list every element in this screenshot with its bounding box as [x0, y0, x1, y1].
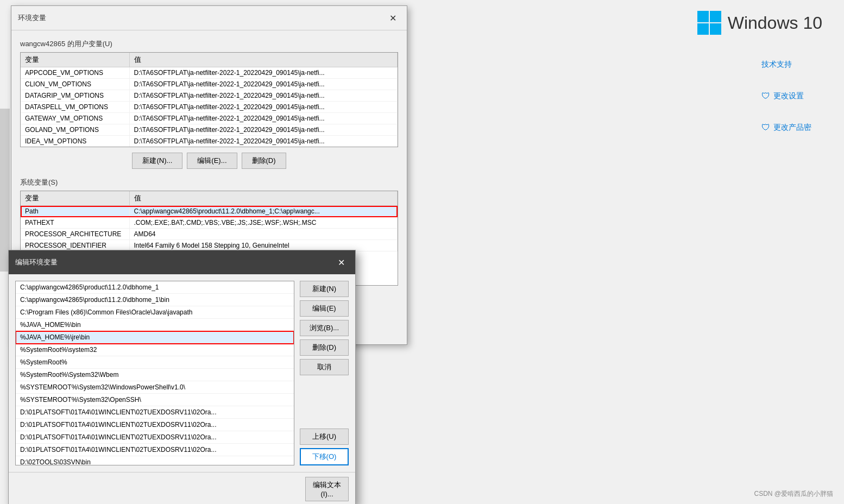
win10-logo-q1 [697, 11, 709, 22]
edit-dialog-close-button[interactable]: ✕ [333, 255, 349, 270]
sys-vars-label: 系统变量(S) [20, 178, 398, 187]
edit-dialog-titlebar: 编辑环境变量 ✕ [9, 250, 355, 274]
user-var-row[interactable]: GOLAND_VM_OPTIONSD:\TA6SOFTPLAT\ja-netfi… [21, 124, 398, 136]
path-list-item[interactable]: %SystemRoot% [16, 356, 294, 369]
win10-link-support[interactable]: 技术支持 [761, 60, 811, 70]
user-col-var: 变量 [21, 53, 129, 67]
user-var-row[interactable]: DATAGRIP_VM_OPTIONSD:\TA6SOFTPLAT\ja-net… [21, 90, 398, 102]
win10-logo-grid [697, 11, 721, 35]
user-vars-btn-row: 新建(N)... 编辑(E)... 删除(D) [20, 153, 398, 169]
env-dialog-close-button[interactable]: ✕ [385, 10, 400, 26]
path-list-item[interactable]: C:\app\wangcw42865\product\11.2.0\dbhome… [16, 294, 294, 306]
sys-var-value: .COM;.EXE;.BAT;.CMD;.VBS;.VBE;.JS;.JSE;.… [129, 217, 398, 229]
sys-vars-table: 变量 值 PathC:\app\wangcw42865\product\11.2… [21, 191, 398, 251]
user-var-value: D:\TA6SOFTPLAT\ja-netfilter-2022-1_20220… [129, 79, 398, 90]
user-var-row[interactable]: CLION_VM_OPTIONSD:\TA6SOFTPLAT\ja-netfil… [21, 79, 398, 90]
edit-edit-button[interactable]: 编辑(E) [300, 300, 349, 317]
path-list-item[interactable]: %SYSTEMROOT%\System32\OpenSSH\ [16, 394, 294, 406]
win10-logo-q3 [697, 23, 709, 35]
edit-dialog: 编辑环境变量 ✕ C:\app\wangcw42865\product\11.2… [8, 250, 356, 504]
edit-dialog-title: 编辑环境变量 [15, 257, 58, 267]
env-dialog-titlebar: 环境变量 ✕ [11, 6, 407, 30]
left-decoration [0, 109, 10, 272]
user-var-value: D:\TA6SOFTPLAT\ja-netfilter-2022-1_20220… [129, 102, 398, 113]
sys-var-value: C:\app\wangcw42865\product\11.2.0\dbhome… [129, 206, 398, 217]
sys-col-val: 值 [129, 191, 398, 206]
user-var-value: D:\TA6SOFTPLAT\ja-netfilter-2022-1_20220… [129, 113, 398, 124]
user-var-value: D:\TA6SOFTPLAT\IDEA\...IDEA-2022-1\... [129, 147, 398, 148]
win10-link-settings[interactable]: 🛡 更改设置 [761, 91, 811, 101]
path-list-item[interactable]: C:\Program Files (x86)\Common Files\Orac… [16, 306, 294, 319]
edit-cancel-button[interactable]: 取消 [300, 359, 349, 375]
edit-new-button[interactable]: 新建(N) [300, 281, 349, 297]
edit-dialog-footer: 编辑文本(I)... [9, 472, 355, 504]
user-vars-label: wangcw42865 的用户变量(U) [20, 39, 398, 49]
user-var-name: APPCODE_VM_OPTIONS [21, 67, 129, 79]
user-var-value: D:\TA6SOFTPLAT\ja-netfilter-2022-1_20220… [129, 124, 398, 136]
user-var-row[interactable]: ...IDEAD:\TA6SOFTPLAT\IDEA\...IDEA-2022-… [21, 147, 398, 148]
user-var-value: D:\TA6SOFTPLAT\ja-netfilter-2022-1_20220… [129, 136, 398, 147]
csdn-watermark: CSDN @爱啃西瓜的小胖猫 [754, 489, 833, 499]
win10-link-product[interactable]: 🛡 更改产品密 [761, 123, 811, 133]
path-list-item[interactable]: C:\app\wangcw42865\product\11.2.0\dbhome… [16, 281, 294, 294]
path-list-item[interactable]: D:\02TOOLS\03SVN\bin [16, 456, 294, 465]
user-var-row[interactable]: GATEWAY_VM_OPTIONSD:\TA6SOFTPLAT\ja-netf… [21, 113, 398, 124]
path-list-item[interactable]: D:\01PLATSOFT\01TA4\01WINCLIENT\02TUEXDO… [16, 431, 294, 444]
win10-logo-q4 [710, 23, 721, 35]
path-list-item[interactable]: D:\01PLATSOFT\01TA4\01WINCLIENT\02TUEXDO… [16, 444, 294, 456]
user-var-row[interactable]: APPCODE_VM_OPTIONSD:\TA6SOFTPLAT\ja-netf… [21, 67, 398, 79]
user-var-name: ...IDEA [21, 147, 129, 148]
user-var-row[interactable]: IDEA_VM_OPTIONSD:\TA6SOFTPLAT\ja-netfilt… [21, 136, 398, 147]
user-delete-button[interactable]: 删除(D) [242, 153, 286, 169]
edit-text-button[interactable]: 编辑文本(I)... [305, 477, 349, 501]
env-dialog-title: 环境变量 [18, 13, 46, 23]
user-var-name: CLION_VM_OPTIONS [21, 79, 129, 90]
win10-header: Windows 10 [697, 11, 822, 35]
edit-move-up-button[interactable]: 上移(U) [300, 429, 349, 445]
edit-dialog-side-btns: 新建(N) 编辑(E) 浏览(B)... 删除(D) 取消 上移(U) 下移(O… [300, 281, 349, 465]
edit-dialog-body: C:\app\wangcw42865\product\11.2.0\dbhome… [9, 274, 355, 472]
user-var-value: D:\TA6SOFTPLAT\ja-netfilter-2022-1_20220… [129, 90, 398, 102]
path-list-item[interactable]: D:\01PLATSOFT\01TA4\01WINCLIENT\02TUEXDO… [16, 419, 294, 431]
win10-links: 技术支持 🛡 更改设置 🛡 更改产品密 [761, 60, 811, 133]
sys-var-row[interactable]: PATHEXT.COM;.EXE;.BAT;.CMD;.VBS;.VBE;.JS… [21, 217, 398, 229]
sys-var-name: Path [21, 206, 129, 217]
path-list: C:\app\wangcw42865\product\11.2.0\dbhome… [16, 281, 294, 465]
user-edit-button[interactable]: 编辑(E)... [187, 153, 237, 169]
user-var-name: GOLAND_VM_OPTIONS [21, 124, 129, 136]
path-list-item[interactable]: %SystemRoot%\system32 [16, 344, 294, 356]
edit-move-down-button[interactable]: 下移(O) [300, 448, 349, 465]
sys-var-name: PROCESSOR_ARCHITECTURE [21, 229, 129, 240]
shield-icon-2: 🛡 [761, 123, 770, 133]
path-list-item[interactable]: %SystemRoot%\System32\Wbem [16, 369, 294, 381]
user-var-name: IDEA_VM_OPTIONS [21, 136, 129, 147]
edit-delete-d-button[interactable]: 删除(D) [300, 339, 349, 356]
path-list-item[interactable]: %SYSTEMROOT%\System32\WindowsPowerShell\… [16, 381, 294, 394]
sys-var-row[interactable]: PathC:\app\wangcw42865\product\11.2.0\db… [21, 206, 398, 217]
shield-icon-1: 🛡 [761, 91, 770, 101]
sys-col-var: 变量 [21, 191, 129, 206]
user-var-name: DATAGRIP_VM_OPTIONS [21, 90, 129, 102]
user-var-value: D:\TA6SOFTPLAT\ja-netfilter-2022-1_20220… [129, 67, 398, 79]
sys-var-name: PATHEXT [21, 217, 129, 229]
user-vars-table: 变量 值 APPCODE_VM_OPTIONSD:\TA6SOFTPLAT\ja… [21, 53, 398, 147]
path-list-item[interactable]: %JAVA_HOME%\bin [16, 319, 294, 331]
user-var-name: DATASPELL_VM_OPTIONS [21, 102, 129, 113]
user-col-val: 值 [129, 53, 398, 67]
path-list-item[interactable]: D:\01PLATSOFT\01TA4\01WINCLIENT\02TUEXDO… [16, 406, 294, 419]
sys-var-value: AMD64 [129, 229, 398, 240]
sys-var-row[interactable]: PROCESSOR_ARCHITECTUREAMD64 [21, 229, 398, 240]
user-vars-table-container[interactable]: 变量 值 APPCODE_VM_OPTIONSD:\TA6SOFTPLAT\ja… [20, 52, 398, 147]
user-new-button[interactable]: 新建(N)... [132, 153, 182, 169]
win10-title: Windows 10 [728, 13, 822, 33]
path-list-container[interactable]: C:\app\wangcw42865\product\11.2.0\dbhome… [15, 281, 294, 465]
win10-logo [697, 11, 721, 35]
win10-logo-q2 [710, 11, 721, 22]
path-list-item[interactable]: %JAVA_HOME%\jre\bin [16, 331, 294, 344]
edit-browse-button[interactable]: 浏览(B)... [300, 320, 349, 336]
user-var-row[interactable]: DATASPELL_VM_OPTIONSD:\TA6SOFTPLAT\ja-ne… [21, 102, 398, 113]
user-var-name: GATEWAY_VM_OPTIONS [21, 113, 129, 124]
